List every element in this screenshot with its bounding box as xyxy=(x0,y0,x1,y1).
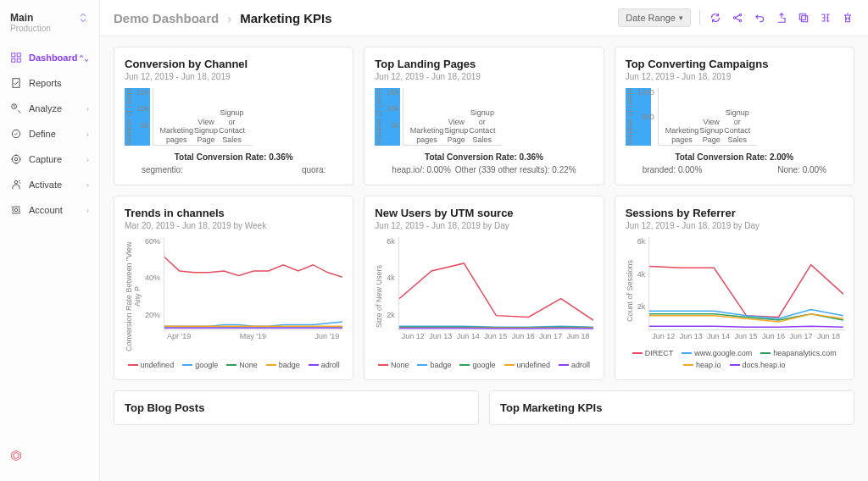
analyze-icon xyxy=(10,102,22,114)
chart-card[interactable]: Conversion by ChannelJun 12, 2019 - Jun … xyxy=(114,47,353,185)
x-ticks: Jun 12Jun 13Jun 14Jun 15Jun 16Jun 17Jun … xyxy=(398,330,593,342)
breadcrumb-current: Marketing KPIs xyxy=(240,11,331,25)
card-date: Jun 12, 2019 - Jun 18, 2019 xyxy=(626,72,843,81)
legend: DIRECTwww.google.comheapanalytics.comhea… xyxy=(626,349,843,369)
svg-rect-14 xyxy=(802,16,808,22)
y-ticks: 1000500 xyxy=(634,88,658,146)
chart-card[interactable]: Trends in channelsMar 20, 2019 - Jun 18,… xyxy=(114,196,353,380)
svg-point-9 xyxy=(14,180,18,184)
bar: Marketingpages xyxy=(160,123,194,145)
bar: SignuporContactSales xyxy=(219,105,245,145)
export-icon[interactable] xyxy=(775,11,788,25)
bar: ViewSignupPage xyxy=(193,114,219,145)
legend-item: google xyxy=(459,361,495,369)
card-title: Sessions by Referrer xyxy=(626,207,843,219)
bar: ViewSignupPage xyxy=(698,114,724,145)
svg-point-10 xyxy=(14,208,18,212)
date-range-button[interactable]: Date Range ▾ xyxy=(618,8,691,27)
sidebar-item-account[interactable]: Account› xyxy=(0,197,99,223)
chart-card[interactable]: New Users by UTM sourceJun 12, 2019 - Ju… xyxy=(364,196,604,380)
sidebar-item-label: Analyze xyxy=(29,103,62,113)
breadcrumb: Demo Dashboard › Marketing KPIs xyxy=(114,11,332,25)
card-date: Jun 12, 2019 - Jun 18, 2019 by Day xyxy=(626,221,843,230)
card-title: Top Landing Pages xyxy=(375,58,593,70)
card-top-blog-posts[interactable]: Top Blog Posts xyxy=(114,390,479,425)
workspace-switcher[interactable]: Main Production xyxy=(0,8,99,45)
sidebar-item-reports[interactable]: Reports xyxy=(0,70,99,96)
bar: SignuporContactSales xyxy=(469,105,495,145)
svg-point-8 xyxy=(12,155,19,163)
bar-label: SignuporContactSales xyxy=(469,108,495,145)
legend-item: heap.io xyxy=(683,361,721,369)
delete-icon[interactable] xyxy=(841,11,854,25)
x-ticks: Apr '19May '19Jun '19 xyxy=(164,330,342,342)
legend-item: None xyxy=(378,361,409,369)
legend-item: undefined xyxy=(504,361,551,369)
dashboard-content: Conversion by ChannelJun 12, 2019 - Jun … xyxy=(100,36,868,481)
sidebar-item-label: Activate xyxy=(29,180,62,190)
y-axis-label: Number of Users xyxy=(626,88,634,146)
card-date: Jun 12, 2019 - Jun 18, 2019 xyxy=(375,72,593,81)
grid-icon xyxy=(10,52,22,64)
svg-point-11 xyxy=(733,17,735,19)
bar: SignuporContactSales xyxy=(724,105,750,145)
svg-rect-2 xyxy=(12,58,15,62)
bar-label: ViewSignupPage xyxy=(444,118,468,145)
card-title: Conversion by Channel xyxy=(125,58,342,70)
bar-chart: Number of Users1000500 MarketingpagesVie… xyxy=(626,88,651,146)
chevron-down-icon: ▾ xyxy=(679,14,683,22)
chart-card[interactable]: Sessions by ReferrerJun 12, 2019 - Jun 1… xyxy=(615,196,854,380)
chart-card[interactable]: Top Converting CampaignsJun 12, 2019 - J… xyxy=(615,47,854,185)
chevron-right-icon: › xyxy=(86,104,89,113)
svg-point-7 xyxy=(14,158,18,161)
sidebar-item-label: Dashboard xyxy=(29,53,77,63)
bar-label: Marketingpages xyxy=(410,126,444,145)
sidebar-item-dashboard[interactable]: Dashboard⌃⌄ xyxy=(0,45,99,70)
refresh-icon[interactable] xyxy=(709,11,722,25)
activate-icon xyxy=(10,179,22,191)
divider xyxy=(699,10,700,25)
chevron-right-icon: › xyxy=(86,206,89,215)
legend: undefinedgoogleNonebadgeadroll xyxy=(125,361,342,369)
header: Demo Dashboard › Marketing KPIs Date Ran… xyxy=(100,0,868,36)
card-title: Top Blog Posts xyxy=(125,401,468,414)
y-ticks: 6k4k2k xyxy=(383,237,398,356)
sidebar: Main Production Dashboard⌃⌄ReportsAnalyz… xyxy=(0,0,100,481)
legend-item: badge xyxy=(266,361,300,369)
sidebar-item-define[interactable]: Define› xyxy=(0,121,99,147)
chevron-right-icon: › xyxy=(227,11,231,25)
bar-label: Marketingpages xyxy=(665,126,699,145)
legend-item: adroll xyxy=(559,361,590,369)
chevron-right-icon: › xyxy=(86,130,89,139)
y-axis-label: Conversion Rate Between "View Any P xyxy=(125,237,142,356)
card-date: Mar 20, 2019 - Jun 18, 2019 by Week xyxy=(125,221,342,230)
y-ticks: 6k4k2k xyxy=(634,237,649,344)
card-footer: Total Conversion Rate: 0.36%heap.io/: 0.… xyxy=(375,152,593,174)
y-ticks: 15k10k5k xyxy=(133,88,153,146)
sidebar-item-analyze[interactable]: Analyze› xyxy=(0,96,99,121)
bar-label: ViewSignupPage xyxy=(699,118,723,145)
sidebar-footer xyxy=(0,441,99,473)
card-date: Jun 12, 2019 - Jun 18, 2019 xyxy=(125,72,342,81)
x-ticks: Jun 12Jun 13Jun 14Jun 15Jun 16Jun 17Jun … xyxy=(648,330,843,342)
legend-item: None xyxy=(226,361,258,369)
line-chart: Size of New Users6k4k2k Jun 12Jun 13Jun … xyxy=(375,237,593,356)
copy-icon[interactable] xyxy=(797,11,810,25)
breadcrumb-root[interactable]: Demo Dashboard xyxy=(114,11,219,25)
share-icon[interactable] xyxy=(731,11,744,25)
bar-label: ViewSignupPage xyxy=(194,118,218,145)
legend-item: google xyxy=(182,361,218,369)
chart-card[interactable]: Top Landing PagesJun 12, 2019 - Jun 18, … xyxy=(364,47,604,185)
card-top-marketing-kpis[interactable]: Top Marketing KPIs xyxy=(489,390,854,425)
reset-icon[interactable] xyxy=(753,11,766,25)
sidebar-item-capture[interactable]: Capture› xyxy=(0,147,99,172)
updown-icon xyxy=(77,12,89,24)
chevron-right-icon: › xyxy=(86,180,89,190)
rename-icon[interactable] xyxy=(819,11,832,25)
sidebar-item-activate[interactable]: Activate› xyxy=(0,172,99,197)
updown-icon: ⌃⌄ xyxy=(79,53,89,63)
header-actions: Date Range ▾ xyxy=(618,8,854,27)
svg-rect-3 xyxy=(17,58,20,62)
card-footer: Total Conversion Rate: 0.36%segmentio:qu… xyxy=(125,152,342,174)
chevron-right-icon: › xyxy=(86,155,89,164)
